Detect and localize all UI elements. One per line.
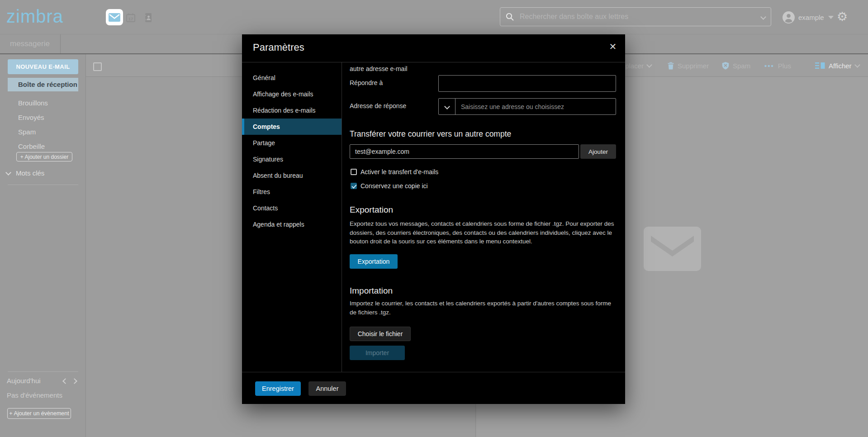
import-heading: Importation	[350, 286, 393, 296]
trash-icon	[668, 62, 674, 70]
more-button-label: Plus	[778, 62, 791, 70]
export-description: Exportez tous vos messages, contacts et …	[350, 219, 614, 246]
export-button[interactable]: Exportation	[350, 254, 398, 269]
contacts-icon	[144, 13, 152, 22]
add-folder-button[interactable]: + Ajouter un dossier	[16, 152, 72, 162]
delete-button[interactable]: Supprimer	[668, 54, 709, 77]
choose-file-button[interactable]: Choisir le fichier	[350, 327, 411, 341]
modal-header: Paramètres ✕	[242, 34, 625, 62]
combo-chevron-button[interactable]	[439, 99, 455, 114]
sidebar-item-brouillons[interactable]: Brouillons	[8, 96, 78, 110]
modal-title: Paramètres	[253, 42, 304, 53]
envelope-watermark-icon	[644, 227, 701, 271]
account-name: example	[798, 14, 824, 21]
view-button[interactable]: Afficher	[815, 54, 859, 77]
tab-messagerie[interactable]: messagerie	[0, 34, 61, 53]
save-button[interactable]: Enregistrer	[255, 381, 301, 396]
search-bar	[500, 7, 771, 26]
reply-to-label: Répondre à	[350, 79, 383, 86]
reply-address-label: Adresse de réponse	[350, 102, 406, 109]
settings-nav-redaction-des-emails[interactable]: Rédaction des e-mails	[242, 102, 342, 119]
clipped-paragraph: autre adresse e-mail	[350, 65, 408, 72]
mail-app-button[interactable]	[106, 9, 123, 25]
view-button-label: Afficher	[829, 62, 852, 70]
next-day-button[interactable]	[71, 378, 77, 384]
sidebar: NOUVEAU E-MAIL Boîte de réception Brouil…	[0, 54, 86, 437]
top-bar: zimbra 17	[0, 0, 868, 34]
import-description: Importez le courrier, les contacts et le…	[350, 299, 616, 317]
settings-nav-signatures[interactable]: Signatures	[242, 151, 342, 167]
settings-modal: Paramètres ✕ Général Affichage des e-mai…	[242, 34, 625, 404]
spam-button[interactable]: Spam	[722, 54, 750, 77]
sidebar-item-envoyes[interactable]: Envoyés	[8, 111, 78, 124]
forward-section-heading: Transférer votre courrier vers un autre …	[350, 129, 511, 139]
shield-spam-icon	[722, 62, 729, 70]
search-input[interactable]	[519, 12, 758, 21]
calendar-day-number: 17	[128, 16, 133, 21]
export-heading: Exportation	[350, 205, 393, 215]
add-event-button[interactable]: + Ajouter un évènement	[7, 408, 71, 419]
sidebar-divider	[8, 185, 78, 185]
more-button[interactable]: ••• Plus	[764, 54, 791, 77]
settings-nav-affichage-des-emails[interactable]: Affichage des e-mails	[242, 86, 342, 102]
settings-nav-contacts[interactable]: Contacts	[242, 200, 342, 216]
minical-today-label: Aujourd'hui	[7, 377, 41, 385]
keep-copy-label: Conservez une copie ici	[360, 182, 428, 190]
new-email-button[interactable]: NOUVEAU E-MAIL	[8, 59, 78, 74]
enable-forwarding-label: Activer le transfert d'e-mails	[360, 168, 438, 176]
cancel-button[interactable]: Annuler	[308, 381, 346, 396]
keep-copy-checkbox[interactable]	[351, 183, 357, 189]
settings-gear-icon[interactable]: ⚙	[837, 10, 848, 24]
prev-day-button[interactable]	[62, 378, 68, 384]
reply-to-input[interactable]	[438, 75, 616, 92]
avatar	[783, 11, 795, 24]
tags-label: Mots clés	[16, 169, 44, 177]
contacts-app-button[interactable]	[144, 13, 152, 22]
close-button[interactable]: ✕	[607, 41, 619, 52]
account-caret-icon	[828, 16, 834, 19]
enable-forwarding-checkbox[interactable]	[351, 169, 357, 175]
reply-address-input[interactable]	[455, 99, 616, 114]
mail-icon	[109, 13, 120, 22]
add-forward-button[interactable]: Ajouter	[580, 144, 616, 159]
forward-address-input[interactable]	[350, 144, 579, 159]
calendar-icon: 17	[126, 13, 135, 22]
chevron-down-icon	[646, 62, 652, 68]
chevron-down-icon	[854, 62, 860, 68]
sidebar-item-inbox[interactable]: Boîte de réception	[8, 78, 78, 91]
settings-content: autre adresse e-mail Répondre à Adresse …	[342, 62, 625, 372]
reply-address-combobox	[438, 98, 616, 115]
settings-nav-filtres[interactable]: Filtres	[242, 184, 342, 200]
sidebar-item-spam[interactable]: Spam	[8, 125, 78, 139]
search-icon	[506, 13, 514, 21]
screen: zimbra 17	[0, 0, 868, 437]
select-all-checkbox[interactable]	[93, 62, 102, 71]
search-options-chevron-icon[interactable]	[760, 14, 766, 20]
calendar-app-button[interactable]: 17	[126, 13, 135, 22]
account-menu[interactable]: example	[783, 10, 834, 24]
import-button[interactable]: Importer	[350, 346, 405, 360]
modal-footer: Enregistrer Annuler	[242, 372, 625, 404]
chevron-down-icon	[444, 104, 450, 109]
tags-section-toggle[interactable]: Mots clés	[6, 167, 44, 178]
chevron-down-icon	[5, 170, 11, 176]
settings-nav-general[interactable]: Général	[242, 70, 342, 86]
settings-nav-partage[interactable]: Partage	[242, 135, 342, 151]
view-layout-icon	[815, 62, 825, 69]
zimbra-logo: zimbra	[6, 6, 63, 27]
sidebar-divider	[8, 371, 78, 372]
delete-button-label: Supprimer	[678, 62, 709, 70]
settings-nav-comptes[interactable]: Comptes	[242, 119, 342, 135]
settings-nav: Général Affichage des e-mails Rédaction …	[242, 62, 342, 372]
no-events-label: Pas d'événements	[7, 391, 62, 399]
settings-nav-agenda-et-rappels[interactable]: Agenda et rappels	[242, 216, 342, 233]
settings-nav-absent-du-bureau[interactable]: Absent du bureau	[242, 167, 342, 184]
more-dots-icon: •••	[764, 62, 774, 70]
spam-button-label: Spam	[733, 62, 750, 70]
sidebar-item-corbeille[interactable]: Corbeille	[8, 140, 78, 153]
tab-messagerie-label: messagerie	[10, 39, 50, 48]
